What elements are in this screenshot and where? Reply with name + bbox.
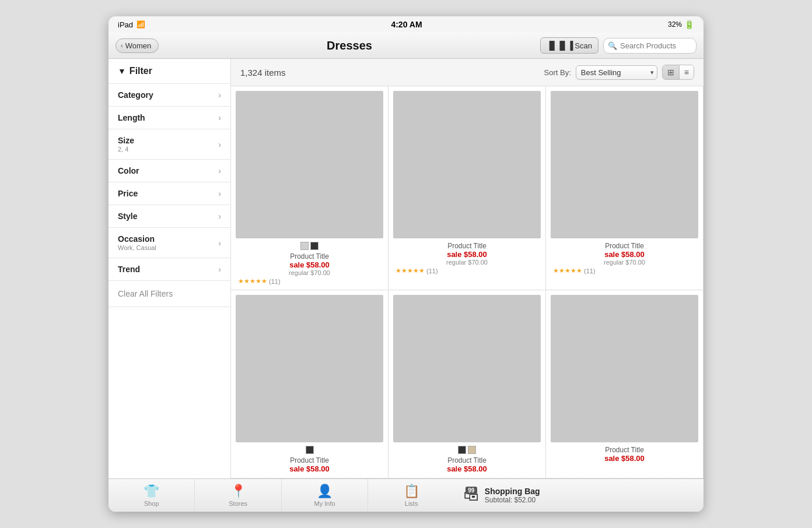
sort-wrapper: Best Selling Price: Low to High Price: H… — [576, 65, 657, 80]
filter-item-length[interactable]: Length › — [108, 107, 230, 129]
filter-item-label: Length — [118, 113, 145, 122]
filter-item-category[interactable]: Category › — [108, 84, 230, 107]
filter-item-left: Price — [118, 189, 138, 198]
filter-item-label: Category — [118, 90, 153, 100]
stores-icon: 📍 — [230, 484, 246, 499]
tab-item-lists[interactable]: 📋 Lists — [368, 479, 454, 512]
filter-item-label: Color — [118, 166, 139, 175]
chevron-right-icon: › — [218, 212, 221, 221]
product-regular-price: regular $70.00 — [553, 259, 696, 266]
product-title: Product Title — [553, 446, 696, 454]
bag-subtotal: Subtotal: $52.00 — [485, 496, 540, 504]
battery-icon: 🔋 — [684, 20, 694, 29]
sort-select[interactable]: Best Selling Price: Low to High Price: H… — [576, 65, 657, 80]
back-button[interactable]: ‹ Women — [116, 38, 159, 53]
color-swatch[interactable] — [300, 242, 309, 250]
page-title: Dresses — [166, 39, 533, 52]
product-image — [551, 91, 698, 238]
filter-icon: ▼ — [118, 66, 126, 76]
search-icon: 🔍 — [608, 41, 617, 50]
review-count: (11) — [584, 267, 596, 274]
lists-label: Lists — [405, 500, 418, 507]
filter-item-sub: Work, Casual — [118, 244, 156, 251]
device-label: iPad — [118, 20, 133, 29]
device-frame: iPad 📶 4:20 AM 32% 🔋 ‹ Women Dresses ▐▌▐… — [108, 16, 704, 512]
tab-item-stores[interactable]: 📍 Stores — [195, 479, 281, 512]
nav-bar: ‹ Women Dresses ▐▌▐▌▐ Scan 🔍 — [108, 33, 704, 59]
product-regular-price: regular $70.00 — [396, 259, 538, 266]
product-image — [393, 91, 541, 238]
product-info: Product Title sale $58.00 — [236, 456, 383, 473]
back-label: Women — [125, 41, 152, 50]
color-swatch[interactable] — [458, 446, 466, 454]
product-sale-price: sale $58.00 — [238, 464, 381, 473]
product-cell[interactable]: Product Title sale $58.00 regular $70.00… — [546, 86, 704, 290]
search-wrapper: 🔍 — [603, 38, 696, 54]
filter-item-price[interactable]: Price › — [108, 182, 230, 205]
product-info: Product Title sale $58.00 regular $70.00… — [236, 252, 383, 285]
chevron-right-icon: › — [218, 90, 221, 100]
back-chevron-icon: ‹ — [121, 42, 123, 49]
product-cell[interactable]: Product Title sale $58.00 — [388, 290, 546, 478]
bag-icon-wrapper: 🛍 99 — [464, 487, 479, 505]
tab-item-my-info[interactable]: 👤 My Info — [282, 479, 368, 512]
star-rating: ★★★★★ — [396, 267, 425, 274]
shop-label: Shop — [144, 500, 159, 507]
shopping-bag-section[interactable]: 🛍 99 Shopping Bag Subtotal: $52.00 — [454, 479, 704, 512]
filter-item-occasion[interactable]: Occasion Work, Casual › — [108, 228, 230, 258]
grid-view-button[interactable]: ⊞ — [663, 65, 679, 79]
bag-label: Shopping Bag — [485, 487, 540, 496]
filter-item-left: Style — [118, 212, 137, 221]
clear-filters-button[interactable]: Clear All Filters — [108, 281, 230, 307]
bag-badge: 99 — [466, 487, 477, 494]
status-time: 4:20 AM — [391, 20, 422, 29]
lists-icon: 📋 — [404, 484, 419, 499]
product-info: Product Title sale $58.00 regular $70.00… — [393, 242, 541, 274]
filter-item-label: Price — [118, 189, 138, 198]
barcode-icon: ▐▌▐▌▐ — [547, 41, 573, 50]
my-info-label: My Info — [314, 500, 335, 507]
filter-item-left: Trend — [118, 265, 140, 274]
filter-item-left: Color — [118, 166, 139, 175]
product-sale-price: sale $58.00 — [396, 250, 538, 259]
product-regular-price: regular $70.00 — [238, 269, 381, 276]
product-image — [551, 295, 698, 442]
scan-button[interactable]: ▐▌▐▌▐ Scan — [540, 37, 598, 54]
chevron-right-icon: › — [218, 265, 221, 274]
filter-label: Filter — [130, 66, 152, 76]
search-input[interactable] — [603, 38, 696, 54]
filter-item-sub: 2, 4 — [118, 146, 134, 153]
product-cell[interactable]: Product Title sale $58.00 — [546, 290, 704, 478]
sort-label: Sort By: — [544, 68, 571, 77]
product-cell[interactable]: Product Title sale $58.00 regular $70.00… — [388, 86, 546, 290]
filter-item-size[interactable]: Size 2, 4 › — [108, 129, 230, 160]
product-grid: Product Title sale $58.00 regular $70.00… — [231, 86, 704, 478]
filter-item-label: Trend — [118, 265, 140, 274]
product-rating: ★★★★★ (11) — [396, 267, 538, 274]
color-swatch[interactable] — [310, 242, 318, 250]
filter-item-left: Category — [118, 90, 153, 100]
nav-actions: ▐▌▐▌▐ Scan 🔍 — [540, 37, 696, 54]
filter-item-color[interactable]: Color › — [108, 160, 230, 182]
product-sale-price: sale $58.00 — [238, 261, 381, 269]
filter-items-list: Category › Length › Size 2, 4 › Color › — [108, 84, 230, 281]
wifi-icon: 📶 — [136, 20, 145, 29]
filter-item-trend[interactable]: Trend › — [108, 258, 230, 281]
tab-bar: 👕 Shop 📍 Stores 👤 My Info 📋 Lists 🛍 99 S… — [108, 478, 704, 512]
product-cell[interactable]: Product Title sale $58.00 — [231, 290, 388, 478]
color-swatch[interactable] — [468, 446, 476, 454]
tab-item-shop[interactable]: 👕 Shop — [108, 479, 195, 512]
color-swatches — [306, 446, 314, 454]
product-cell[interactable]: Product Title sale $58.00 regular $70.00… — [231, 86, 388, 290]
color-swatches — [458, 446, 476, 454]
my-info-icon: 👤 — [317, 484, 332, 499]
toolbar-right: Sort By: Best Selling Price: Low to High… — [544, 65, 694, 80]
list-view-button[interactable]: ≡ — [679, 65, 694, 79]
filter-item-style[interactable]: Style › — [108, 205, 230, 228]
color-swatch[interactable] — [306, 446, 314, 454]
scan-label: Scan — [575, 41, 592, 50]
filter-item-label: Size — [118, 136, 134, 145]
chevron-right-icon: › — [218, 189, 221, 198]
status-bar: iPad 📶 4:20 AM 32% 🔋 — [108, 16, 704, 33]
main-area: ▼ Filter Category › Length › Size 2, 4 › — [108, 59, 704, 478]
